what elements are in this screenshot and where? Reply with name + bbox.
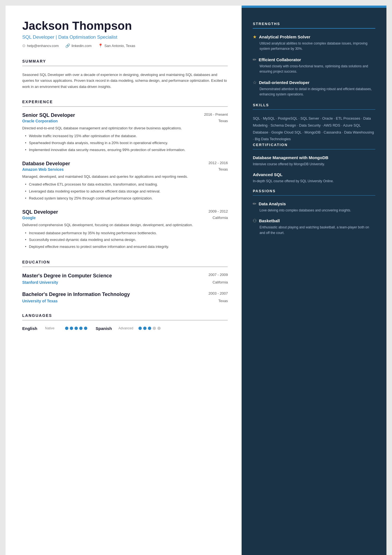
education-section: EDUCATION Master's Degree in Computer Sc… [22, 260, 228, 303]
edu-2-school-row: University of Texas Texas [22, 299, 228, 303]
job-2-dates: 2012 - 2016 [209, 161, 228, 165]
star-filled-icon: ★ [253, 34, 257, 40]
pen-icon: ✏ [253, 57, 256, 62]
job-2-desc: Managed, developed, and maintained SQL d… [22, 174, 228, 180]
passion-1: ✏ Data Analysis Love delving into comple… [253, 201, 375, 213]
resume-header: Jackson Thompson SQL Developer | Data Op… [22, 19, 228, 48]
passion-2-desc: Enthusiastic about playing and watching … [253, 225, 375, 235]
certification-title: CERTIFICATION [253, 143, 375, 147]
job-1-dates: 2016 - Present [204, 112, 228, 117]
star-outline-icon: ☆ [253, 80, 257, 85]
strength-2: ✏ Efficient Collaborator Worked closely … [253, 57, 375, 74]
languages-title: LANGUAGES [22, 313, 228, 318]
passions-section: PASSIONS ✏ Data Analysis Love delving in… [253, 189, 375, 236]
cert-1-desc: Intensive course offered by MongoDB Univ… [253, 162, 375, 167]
edu-1-header: Master's Degree in Computer Science 2007… [22, 273, 228, 279]
dot-s5 [157, 327, 161, 330]
summary-section: SUMMARY Seasoned SQL Developer with over… [22, 59, 228, 90]
lang-spanish: Spanish Advanced [96, 326, 161, 331]
strength-3: ☆ Detail-oriented Developer Demonstrated… [253, 80, 375, 97]
right-column: STRENGTHS ★ Analytical Problem Solver Ut… [242, 6, 386, 555]
cert-1: Database Management with MongoDB Intensi… [253, 155, 375, 167]
dot-s2 [143, 327, 147, 330]
skills-text: SQL · MySQL · PostgreSQL · SQL Server · … [253, 115, 375, 143]
linkedin-icon: 🔗 [65, 43, 70, 48]
job-1-bullets: Website traffic increased by 15% after o… [22, 133, 228, 153]
lang-spanish-dots [138, 327, 161, 330]
edu-1: Master's Degree in Computer Science 2007… [22, 273, 228, 285]
basketball-icon: ⚇ [253, 218, 257, 223]
dot-s1 [138, 327, 142, 330]
dot-2 [70, 327, 73, 330]
job-2-company: Amazon Web Services [22, 167, 64, 172]
certification-section: CERTIFICATION Database Management with M… [253, 143, 375, 184]
job-2-bullet-1: Created effective ETL processes for data… [25, 182, 228, 188]
linkedin-text: linkedin.com [71, 44, 91, 48]
passion-2-header: ⚇ Basketball [253, 218, 375, 223]
education-divider [22, 267, 228, 267]
lang-spanish-level: Advanced [118, 326, 135, 330]
contact-info: ⊙ help@enhancv.com 🔗 linkedin.com 📍 San … [22, 43, 228, 48]
experience-title: EXPERIENCE [22, 100, 228, 104]
candidate-name: Jackson Thompson [22, 19, 228, 32]
resume-container: Jackson Thompson SQL Developer | Data Op… [6, 6, 386, 555]
languages-divider [22, 320, 228, 320]
strength-2-title: Efficient Collaborator [259, 57, 301, 62]
passion-2: ⚇ Basketball Enthusiastic about playing … [253, 218, 375, 235]
job-2-header: Database Developer 2012 - 2016 [22, 161, 228, 167]
job-1-header: Senior SQL Developer 2016 - Present [22, 112, 228, 118]
skills-section: SKILLS SQL · MySQL · PostgreSQL · SQL Se… [253, 103, 375, 143]
candidate-subtitle: SQL Developer | Data Optimisation Specia… [22, 34, 228, 40]
strength-2-desc: Worked closely with cross-functional tea… [253, 64, 375, 74]
edu-1-dates: 2007 - 2009 [209, 273, 228, 279]
passion-1-title: Data Analysis [259, 201, 286, 206]
job-3: SQL Developer 2009 - 2012 Google Califor… [22, 209, 228, 250]
cert-1-title: Database Management with MongoDB [253, 155, 375, 161]
lang-spanish-name: Spanish [96, 326, 115, 331]
job-2-title: Database Developer [22, 161, 70, 167]
strength-1-title: Analytical Problem Solver [259, 34, 310, 39]
edu-2-title: Bachelor's Degree in Information Technol… [22, 291, 130, 298]
strengths-section: STRENGTHS ★ Analytical Problem Solver Ut… [253, 22, 375, 97]
job-1-desc: Directed end-to-end SQL database managem… [22, 125, 228, 131]
summary-divider [22, 66, 228, 66]
strength-1-desc: Utilized analytical abilities to resolve… [253, 41, 375, 51]
linkedin-contact: 🔗 linkedin.com [65, 43, 91, 48]
email-icon: ⊙ [22, 43, 26, 48]
job-1-bullet-3: Implemented innovative data security mea… [25, 147, 228, 153]
job-3-desc: Delivered comprehensive SQL development,… [22, 222, 228, 228]
strength-1-header: ★ Analytical Problem Solver [253, 34, 375, 40]
summary-text: Seasoned SQL Developer with over a decad… [22, 72, 228, 90]
passions-title: PASSIONS [253, 189, 375, 193]
job-2-bullet-3: Reduced system latency by 25% through co… [25, 196, 228, 201]
edu-2-school: University of Texas [22, 299, 58, 303]
languages-section: LANGUAGES English Native Spanish [22, 313, 228, 331]
job-3-title: SQL Developer [22, 209, 58, 215]
dot-s4 [153, 327, 156, 330]
job-1-bullet-2: Spearheaded thorough data analysis, resu… [25, 140, 228, 146]
accent-bar [242, 6, 386, 8]
experience-divider [22, 106, 228, 107]
passion-2-title: Basketball [259, 218, 280, 223]
job-3-dates: 2009 - 2012 [209, 209, 228, 213]
data-analysis-icon: ✏ [253, 201, 256, 206]
languages-row: English Native Spanish Advanced [22, 326, 228, 331]
edu-1-school-row: Stanford University California [22, 280, 228, 285]
job-1: Senior SQL Developer 2016 - Present Orac… [22, 112, 228, 153]
lang-english-name: English [22, 326, 42, 331]
job-3-header: SQL Developer 2009 - 2012 [22, 209, 228, 215]
passion-1-header: ✏ Data Analysis [253, 201, 375, 206]
edu-2-header: Bachelor's Degree in Information Technol… [22, 291, 228, 298]
job-3-bullet-2: Successfully executed dynamic data model… [25, 237, 228, 243]
strength-3-header: ☆ Detail-oriented Developer [253, 80, 375, 85]
job-1-bullet-1: Website traffic increased by 15% after o… [25, 133, 228, 139]
certification-divider [253, 149, 375, 150]
job-2-location: Texas [218, 167, 228, 172]
left-column: Jackson Thompson SQL Developer | Data Op… [6, 6, 242, 555]
job-3-bullet-1: Increased database performance by 35% by… [25, 230, 228, 236]
dot-3 [75, 327, 78, 330]
summary-title: SUMMARY [22, 59, 228, 63]
job-2-company-row: Amazon Web Services Texas [22, 167, 228, 172]
cert-2: Advanced SQL In-depth SQL course offered… [253, 172, 375, 184]
lang-english-level: Native [45, 326, 62, 330]
